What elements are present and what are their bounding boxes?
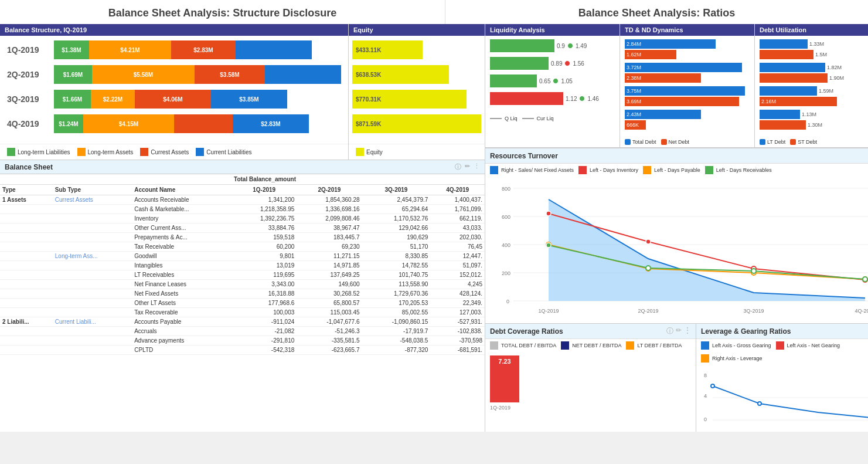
- th-type: Type: [0, 185, 53, 195]
- cell-4q: 4,245: [430, 280, 485, 289]
- td-nd-chart: 2.84M 1.62M 3.72M 2.38M: [620, 36, 754, 137]
- rt-legend-days-pay-label: Left - Days Payable: [654, 167, 700, 173]
- bs-row-3q: 3Q-2019 $1.66M $2.22M $4.06M $3.85M: [7, 90, 341, 109]
- legend-blue-color: [196, 148, 204, 156]
- rt-legend-sales-label: Right - Sales/ Net Fixed Assets: [501, 167, 574, 173]
- du-legend-lt-label: LT Debt: [767, 139, 785, 145]
- lev-legend-gross-dot: [701, 341, 709, 350]
- equity-bar-4q: $871.59K: [352, 114, 481, 133]
- dc-edit-icon[interactable]: ✏: [676, 326, 682, 336]
- lev-legend-gross-label: Left Axis - Gross Gearing: [712, 343, 771, 348]
- cell-2q: 149,600: [297, 280, 362, 289]
- liq-legend-qliq-label: Q Liq: [505, 116, 518, 121]
- resources-chart-container: 800 600 400 200 0 80 60 40 20 0 1Q-2019 …: [485, 177, 868, 323]
- cell-3q: 65,294.64: [362, 205, 431, 214]
- du-bar-blue-2: [760, 63, 825, 72]
- liquidity-header: Liquidity Analysis: [485, 24, 619, 36]
- cell-2q: 1,336,698.16: [297, 205, 362, 214]
- cell-2q: -51,246.3: [297, 327, 362, 336]
- cell-account: Accruals: [132, 327, 232, 336]
- cell-subtype: [53, 223, 132, 233]
- svg-text:800: 800: [502, 186, 510, 192]
- table-row: Intangibles 13,019 14,971.85 14,782.55 5…: [0, 261, 485, 270]
- cell-subtype: Long-term Ass...: [53, 252, 132, 261]
- liq-legend-curliq-line: [522, 118, 534, 119]
- cell-3q: 1,170,532.76: [362, 214, 431, 223]
- right-title: Balance Sheet Analysis: Ratios: [445, 0, 868, 24]
- td-bar-blue-1: 2.84M: [625, 39, 716, 49]
- cell-1q: -542,318: [232, 346, 297, 355]
- td-nd-block: TD & ND Dynamics 2.84M 1.62M: [620, 24, 755, 147]
- cell-subtype: [53, 280, 132, 289]
- du-bar-blue-1: [760, 39, 808, 49]
- liq-row-3: 0.65 1.05: [490, 74, 615, 87]
- cell-4q: 1,761,099.: [430, 205, 485, 214]
- cell-3q: 1,729,670.36: [362, 289, 431, 299]
- left-panel: Balance Structure, IQ-2019 1Q-2019 $1.38…: [0, 24, 485, 432]
- cell-subtype: [53, 242, 132, 252]
- legend-blue: Current Liabilities: [196, 148, 251, 156]
- table-row: Inventory 1,392,236.75 2,099,808.46 1,17…: [0, 214, 485, 223]
- cell-2q: 1,854,360.28: [297, 195, 362, 205]
- liq-row-2: 0.89 1.56: [490, 57, 615, 70]
- rt-legend-days-rec-dot: [705, 166, 713, 174]
- table-row: Cash & Marketable... 1,218,358.95 1,336,…: [0, 205, 485, 214]
- resources-header: Resources Turnover ⓘ ✏ ⋮: [485, 148, 868, 164]
- dc-more-icon[interactable]: ⋮: [684, 326, 691, 336]
- liq-val-2b: 1.56: [573, 60, 584, 67]
- th-2q: 2Q-2019: [297, 185, 362, 195]
- equity-chart: $433.11K $638.53K $770.31K $871.59K: [349, 36, 485, 144]
- bar-orange-3q: $2.22M: [91, 90, 135, 109]
- cell-1q: -291,810: [232, 336, 297, 346]
- cell-4q: 22,349.: [430, 299, 485, 308]
- th-1q: 1Q-2019: [232, 185, 297, 195]
- dc-legend-total-dot: [490, 341, 498, 350]
- liq-val-3a: 0.65: [539, 78, 550, 84]
- cell-subtype: Currest Assets: [53, 195, 132, 205]
- cell-account: Cash & Marketable...: [132, 205, 232, 214]
- cell-type: [0, 242, 53, 252]
- du-label-orange-2: 1.90M: [829, 75, 844, 81]
- lev-legend: Left Axis - Gross Gearing Left Axis - Ne…: [696, 339, 868, 365]
- info-icon[interactable]: ⓘ: [455, 162, 461, 171]
- debt-coverage-icons: ⓘ ✏ ⋮: [666, 326, 691, 336]
- dc-bar-red: 7.23: [490, 355, 519, 402]
- cell-subtype: [53, 289, 132, 299]
- cell-1q: 119,695: [232, 270, 297, 280]
- cell-type: [0, 214, 53, 223]
- td-nd-legend-total-label: Total Debt: [632, 139, 656, 145]
- rt-legend-days-inv-label: Left - Days Inventory: [590, 167, 638, 173]
- legend-orange-label: Long-term Assets: [88, 149, 134, 155]
- cell-4q: 51,097.: [430, 261, 485, 270]
- bar-blue-3q: $3.85M: [211, 90, 287, 109]
- equity-bar-2q: $638.53K: [352, 65, 449, 84]
- resources-turnover-svg: 800 600 400 200 0 80 60 40 20 0 1Q-2019 …: [490, 179, 868, 320]
- cell-subtype: [53, 346, 132, 355]
- legend-equity-color: [356, 148, 364, 156]
- cell-3q: -548,038.5: [362, 336, 431, 346]
- lev-legend-leverage: Right Axis - Leverage: [701, 354, 763, 363]
- svg-text:400: 400: [502, 242, 510, 248]
- lev-legend-net: Left Axis - Net Gearing: [776, 341, 840, 350]
- more-icon[interactable]: ⋮: [474, 162, 480, 171]
- bar-red-2q: $3.58M: [195, 65, 265, 84]
- cell-2q: 11,271.15: [297, 252, 362, 261]
- dc-legend-lt-dot: [626, 341, 634, 350]
- cell-3q: -17,919.7: [362, 327, 431, 336]
- bar-green-2q: $1.69M: [54, 65, 92, 84]
- edit-icon[interactable]: ✏: [465, 162, 470, 171]
- bs-table-header: Balance Sheet ⓘ ✏ ⋮: [0, 160, 485, 174]
- td-bar-blue-4: 2.43M: [625, 110, 701, 119]
- du-label-blue-1: 1.33M: [809, 41, 824, 47]
- dc-info-icon[interactable]: ⓘ: [666, 326, 673, 336]
- td-bar-blue-2: 3.72M: [625, 63, 742, 72]
- dot-days-rec-1q: [546, 243, 551, 248]
- cell-type: [0, 327, 53, 336]
- rt-legend-days-inv: Left - Days Inventory: [578, 166, 638, 174]
- table-row: LT Receivables 119,695 137,649.25 101,74…: [0, 270, 485, 280]
- du-legend-st-label: ST Debt: [798, 139, 817, 145]
- cell-4q: 428,124.: [430, 289, 485, 299]
- debt-coverage-block: Debt Coverage Ratios ⓘ ✏ ⋮ TOTAL DEBT / …: [485, 324, 696, 432]
- td-bar-orange-1: 1.62M: [625, 50, 676, 59]
- main-layout: Balance Structure, IQ-2019 1Q-2019 $1.38…: [0, 24, 868, 432]
